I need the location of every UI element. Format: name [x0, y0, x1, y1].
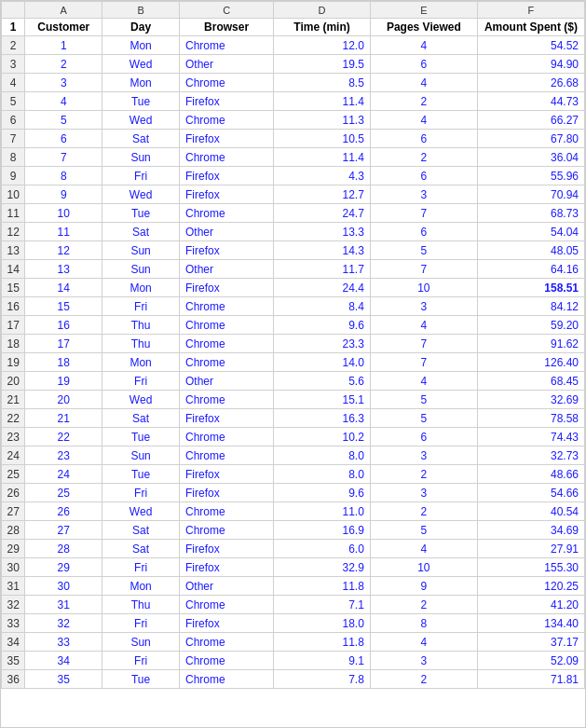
- cell-time[interactable]: 10.2: [274, 428, 371, 446]
- cell-day[interactable]: Thu: [102, 335, 180, 353]
- cell-pages[interactable]: 3: [370, 185, 477, 204]
- cell-amount[interactable]: 70.94: [477, 185, 584, 204]
- cell-browser[interactable]: Firefox: [180, 614, 274, 633]
- cell-pages[interactable]: 6: [370, 428, 477, 446]
- cell-customer[interactable]: 35: [25, 670, 102, 689]
- cell-pages[interactable]: 2: [370, 502, 477, 521]
- cell-customer[interactable]: 2: [25, 55, 102, 74]
- cell-customer[interactable]: 1: [25, 36, 102, 55]
- cell-amount[interactable]: 94.90: [477, 55, 584, 74]
- cell-day[interactable]: Tue: [102, 92, 180, 111]
- cell-pages[interactable]: 2: [370, 596, 477, 614]
- cell-browser[interactable]: Chrome: [180, 111, 274, 130]
- cell-time[interactable]: 16.3: [274, 409, 371, 428]
- cell-browser[interactable]: Chrome: [180, 148, 274, 167]
- cell-amount[interactable]: 134.40: [477, 614, 584, 633]
- cell-day[interactable]: Fri: [102, 372, 180, 391]
- cell-day[interactable]: Wed: [102, 55, 180, 74]
- cell-pages[interactable]: 5: [370, 409, 477, 428]
- cell-browser[interactable]: Chrome: [180, 36, 274, 55]
- cell-customer[interactable]: 21: [25, 409, 102, 428]
- cell-pages[interactable]: 9: [370, 577, 477, 596]
- cell-customer[interactable]: 9: [25, 185, 102, 204]
- cell-amount[interactable]: 54.52: [477, 36, 584, 55]
- cell-day[interactable]: Tue: [102, 204, 180, 223]
- cell-day[interactable]: Sun: [102, 148, 180, 167]
- cell-pages[interactable]: 3: [370, 652, 477, 670]
- cell-customer[interactable]: 11: [25, 223, 102, 241]
- cell-customer[interactable]: 3: [25, 74, 102, 92]
- cell-day[interactable]: Sat: [102, 130, 180, 148]
- cell-browser[interactable]: Firefox: [180, 465, 274, 484]
- cell-customer[interactable]: 34: [25, 652, 102, 670]
- cell-amount[interactable]: 54.04: [477, 223, 584, 241]
- cell-browser[interactable]: Firefox: [180, 558, 274, 577]
- cell-pages[interactable]: 2: [370, 670, 477, 689]
- cell-amount[interactable]: 32.73: [477, 446, 584, 465]
- cell-browser[interactable]: Chrome: [180, 74, 274, 92]
- cell-pages[interactable]: 4: [370, 372, 477, 391]
- cell-browser[interactable]: Other: [180, 223, 274, 241]
- cell-browser[interactable]: Chrome: [180, 446, 274, 465]
- cell-time[interactable]: 11.4: [274, 92, 371, 111]
- cell-day[interactable]: Wed: [102, 502, 180, 521]
- cell-amount[interactable]: 120.25: [477, 577, 584, 596]
- cell-browser[interactable]: Chrome: [180, 297, 274, 316]
- cell-amount[interactable]: 44.73: [477, 92, 584, 111]
- cell-customer[interactable]: 25: [25, 484, 102, 502]
- cell-customer[interactable]: 33: [25, 633, 102, 652]
- cell-pages[interactable]: 7: [370, 260, 477, 279]
- cell-customer[interactable]: 22: [25, 428, 102, 446]
- cell-pages[interactable]: 7: [370, 353, 477, 372]
- cell-browser[interactable]: Chrome: [180, 633, 274, 652]
- cell-amount[interactable]: 158.51: [477, 279, 584, 297]
- cell-day[interactable]: Wed: [102, 111, 180, 130]
- cell-time[interactable]: 11.4: [274, 148, 371, 167]
- cell-amount[interactable]: 66.27: [477, 111, 584, 130]
- cell-customer[interactable]: 15: [25, 297, 102, 316]
- cell-day[interactable]: Sun: [102, 241, 180, 260]
- cell-time[interactable]: 9.6: [274, 484, 371, 502]
- cell-amount[interactable]: 59.20: [477, 316, 584, 335]
- cell-day[interactable]: Tue: [102, 465, 180, 484]
- col-letter-e[interactable]: E: [370, 2, 477, 19]
- cell-browser[interactable]: Chrome: [180, 335, 274, 353]
- cell-amount[interactable]: 91.62: [477, 335, 584, 353]
- cell-day[interactable]: Mon: [102, 36, 180, 55]
- cell-time[interactable]: 18.0: [274, 614, 371, 633]
- cell-pages[interactable]: 2: [370, 465, 477, 484]
- cell-day[interactable]: Sun: [102, 633, 180, 652]
- cell-time[interactable]: 12.0: [274, 36, 371, 55]
- cell-amount[interactable]: 48.05: [477, 241, 584, 260]
- cell-time[interactable]: 8.4: [274, 297, 371, 316]
- cell-time[interactable]: 8.0: [274, 465, 371, 484]
- cell-time[interactable]: 8.0: [274, 446, 371, 465]
- cell-customer[interactable]: 20: [25, 391, 102, 409]
- cell-browser[interactable]: Firefox: [180, 241, 274, 260]
- cell-browser[interactable]: Chrome: [180, 204, 274, 223]
- cell-pages[interactable]: 3: [370, 484, 477, 502]
- cell-amount[interactable]: 40.54: [477, 502, 584, 521]
- cell-day[interactable]: Fri: [102, 614, 180, 633]
- cell-time[interactable]: 19.5: [274, 55, 371, 74]
- cell-pages[interactable]: 7: [370, 335, 477, 353]
- cell-amount[interactable]: 155.30: [477, 558, 584, 577]
- cell-browser[interactable]: Firefox: [180, 92, 274, 111]
- cell-time[interactable]: 11.8: [274, 633, 371, 652]
- cell-time[interactable]: 5.6: [274, 372, 371, 391]
- cell-pages[interactable]: 6: [370, 130, 477, 148]
- cell-pages[interactable]: 4: [370, 540, 477, 558]
- cell-amount[interactable]: 68.45: [477, 372, 584, 391]
- cell-browser[interactable]: Other: [180, 577, 274, 596]
- cell-amount[interactable]: 36.04: [477, 148, 584, 167]
- cell-customer[interactable]: 32: [25, 614, 102, 633]
- cell-amount[interactable]: 32.69: [477, 391, 584, 409]
- cell-day[interactable]: Thu: [102, 316, 180, 335]
- cell-amount[interactable]: 84.12: [477, 297, 584, 316]
- cell-time[interactable]: 32.9: [274, 558, 371, 577]
- cell-day[interactable]: Sat: [102, 540, 180, 558]
- cell-amount[interactable]: 48.66: [477, 465, 584, 484]
- cell-browser[interactable]: Firefox: [180, 409, 274, 428]
- cell-customer[interactable]: 4: [25, 92, 102, 111]
- cell-customer[interactable]: 7: [25, 148, 102, 167]
